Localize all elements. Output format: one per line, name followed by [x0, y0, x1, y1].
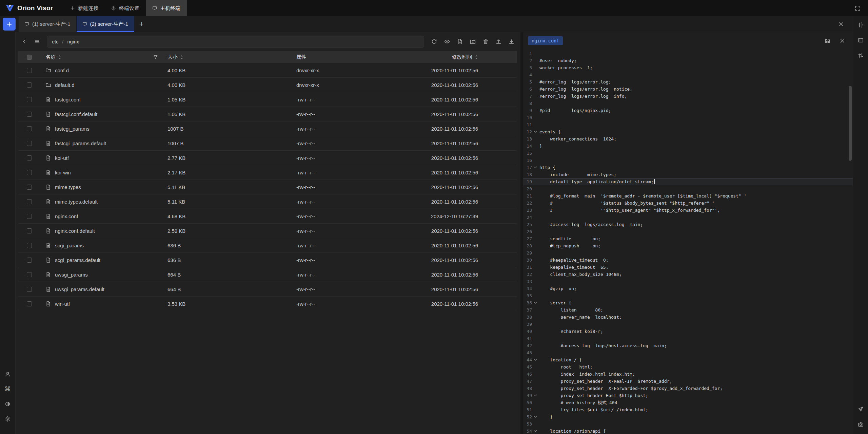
code-line[interactable]: 26 — [523, 228, 853, 235]
breadcrumb-segment[interactable]: nginx — [67, 39, 79, 44]
theme-button[interactable] — [3, 399, 13, 409]
table-row[interactable]: koi-win 2.17 KB -rw-r--r-- 2020-11-01 10… — [18, 165, 517, 180]
fold-chevron-icon[interactable] — [532, 416, 539, 418]
code-line[interactable]: 17 http { — [523, 164, 853, 171]
code-line[interactable]: 35 — [523, 292, 853, 299]
add-tab-button[interactable]: + — [134, 16, 149, 32]
code-line[interactable]: 49 proxy_set_header Host $http_host; — [523, 392, 853, 399]
code-editor[interactable]: 1 2 #user nobody; 3 worker_processes 1; … — [523, 49, 853, 434]
fold-chevron-icon[interactable] — [532, 131, 539, 133]
row-checkbox[interactable] — [27, 301, 32, 306]
table-row[interactable]: fastcgi.conf 1.05 KB -rw-r--r-- 2020-11-… — [18, 92, 517, 107]
panel-splitter[interactable] — [520, 32, 523, 434]
row-checkbox[interactable] — [27, 97, 32, 102]
code-line[interactable]: 2 #user nobody; — [523, 57, 853, 64]
code-line[interactable]: 44 location / { — [523, 356, 853, 363]
code-line[interactable]: 30 #keepalive_timeout 0; — [523, 257, 853, 264]
settings-button[interactable] — [3, 414, 13, 424]
code-line[interactable]: 36 server { — [523, 299, 853, 306]
row-checkbox[interactable] — [27, 243, 32, 248]
code-line[interactable]: 1 — [523, 50, 853, 57]
code-line[interactable]: 19 default_type application/octet-stream… — [523, 178, 853, 185]
table-row[interactable]: scgi_params.default 636 B -rw-r--r-- 202… — [18, 253, 517, 267]
tab-server-1[interactable]: (1) server-生产-1 — [19, 16, 77, 32]
code-line[interactable]: 32 client_max_body_size 1048m; — [523, 271, 853, 278]
table-row[interactable]: win-utf 3.53 KB -rw-r--r-- 2020-11-01 10… — [18, 297, 517, 311]
code-line[interactable]: 21 #log_format main '$remote_addr - $rem… — [523, 192, 853, 200]
code-line[interactable]: 39 — [523, 321, 853, 328]
code-line[interactable]: 46 index index.html index.htm; — [523, 371, 853, 378]
code-line[interactable]: 3 worker_processes 1; — [523, 64, 853, 71]
layout-button[interactable] — [855, 35, 866, 45]
code-line[interactable]: 31 keepalive_timeout 65; — [523, 264, 853, 271]
code-line[interactable]: 51 try_files $uri $uri/ /index.html; — [523, 406, 853, 413]
header-name[interactable]: 名称 — [40, 54, 162, 60]
row-checkbox[interactable] — [27, 82, 32, 88]
code-line[interactable]: 8 — [523, 100, 853, 107]
json-view-button[interactable] — [855, 20, 866, 30]
row-checkbox[interactable] — [27, 287, 32, 292]
code-line[interactable]: 29 — [523, 249, 853, 257]
table-row[interactable]: fastcgi_params.default 1007 B -rw-r--r--… — [18, 136, 517, 151]
menu-item-host-terminal[interactable]: 主机终端 — [146, 0, 187, 16]
path-breadcrumb[interactable]: etc / nginx — [47, 36, 424, 48]
send-command-button[interactable] — [855, 404, 866, 414]
row-checkbox[interactable] — [27, 258, 32, 263]
table-row[interactable]: fastcgi_params 1007 B -rw-r--r-- 2020-11… — [18, 121, 517, 136]
screenshot-button[interactable] — [855, 419, 866, 429]
table-row[interactable]: koi-utf 2.77 KB -rw-r--r-- 2020-11-01 10… — [18, 151, 517, 165]
upload-button[interactable] — [493, 36, 504, 48]
code-line[interactable]: 53 — [523, 420, 853, 428]
table-row[interactable]: fastcgi.conf.default 1.05 KB -rw-r--r-- … — [18, 107, 517, 121]
view-list-button[interactable] — [31, 36, 43, 48]
code-line[interactable]: 7 #error_log logs/error.log info; — [523, 93, 853, 100]
code-line[interactable]: 12 events { — [523, 128, 853, 135]
code-line[interactable]: 27 sendfile on; — [523, 235, 853, 242]
code-line[interactable]: 34 #gzip on; — [523, 285, 853, 292]
row-checkbox[interactable] — [27, 68, 32, 73]
delete-button[interactable] — [480, 36, 491, 48]
code-line[interactable]: 10 — [523, 114, 853, 121]
table-row[interactable]: mime.types 5.11 KB -rw-r--r-- 2020-11-01… — [18, 180, 517, 194]
new-file-button[interactable] — [454, 36, 466, 48]
code-line[interactable]: 41 — [523, 335, 853, 342]
fold-chevron-icon[interactable] — [532, 430, 539, 432]
switch-button[interactable] — [855, 50, 866, 60]
refresh-button[interactable] — [428, 36, 440, 48]
fold-chevron-icon[interactable] — [532, 394, 539, 397]
code-line[interactable]: 18 include mime.types; — [523, 171, 853, 178]
table-row[interactable]: nginx.conf 4.68 KB -rw-r--r-- 2024-12-10… — [18, 209, 517, 224]
code-line[interactable]: 33 — [523, 278, 853, 285]
code-line[interactable]: 28 #tcp_nopush on; — [523, 242, 853, 249]
code-line[interactable]: 6 #error_log logs/error.log notice; — [523, 86, 853, 93]
filter-button[interactable] — [153, 55, 158, 59]
code-line[interactable]: 54 location /orion/api { — [523, 428, 853, 434]
code-line[interactable]: 42 #access_log logs/host.access.log main… — [523, 342, 853, 349]
table-row[interactable]: scgi_params 636 B -rw-r--r-- 2020-11-01 … — [18, 238, 517, 253]
table-row[interactable]: default.d 4.00 KB drwxr-xr-x 2020-11-01 … — [18, 78, 517, 92]
code-line[interactable]: 4 — [523, 71, 853, 78]
row-checkbox[interactable] — [27, 112, 32, 117]
code-line[interactable]: 40 #charset koi8-r; — [523, 328, 853, 335]
tab-server-2[interactable]: (2) server-生产-1 — [77, 16, 135, 32]
header-mtime[interactable]: 修改时间 — [430, 54, 517, 60]
code-line[interactable]: 16 — [523, 157, 853, 164]
code-line[interactable]: 24 — [523, 214, 853, 221]
code-line[interactable]: 37 listen 80; — [523, 306, 853, 314]
code-line[interactable]: 9 #pid logs/nginx.pid; — [523, 107, 853, 114]
code-line[interactable]: 43 — [523, 349, 853, 356]
fold-chevron-icon[interactable] — [532, 302, 539, 304]
code-line[interactable]: 45 root html; — [523, 363, 853, 371]
breadcrumb-segment[interactable]: etc — [52, 39, 58, 44]
row-checkbox[interactable] — [27, 272, 32, 277]
code-line[interactable]: 5 #error_log logs/error.log; — [523, 78, 853, 86]
close-panel-button[interactable] — [835, 18, 847, 30]
table-row[interactable]: uwsgi_params 664 B -rw-r--r-- 2020-11-01… — [18, 267, 517, 282]
row-checkbox[interactable] — [27, 214, 32, 219]
code-line[interactable]: 47 proxy_set_header X-Real-IP $remote_ad… — [523, 378, 853, 385]
code-line[interactable]: 25 #access_log logs/access.log main; — [523, 221, 853, 228]
row-checkbox[interactable] — [27, 126, 32, 131]
code-line[interactable]: 50 # web history 模式 404 — [523, 399, 853, 406]
back-button[interactable] — [18, 36, 30, 48]
table-row[interactable]: mime.types.default 5.11 KB -rw-r--r-- 20… — [18, 194, 517, 209]
